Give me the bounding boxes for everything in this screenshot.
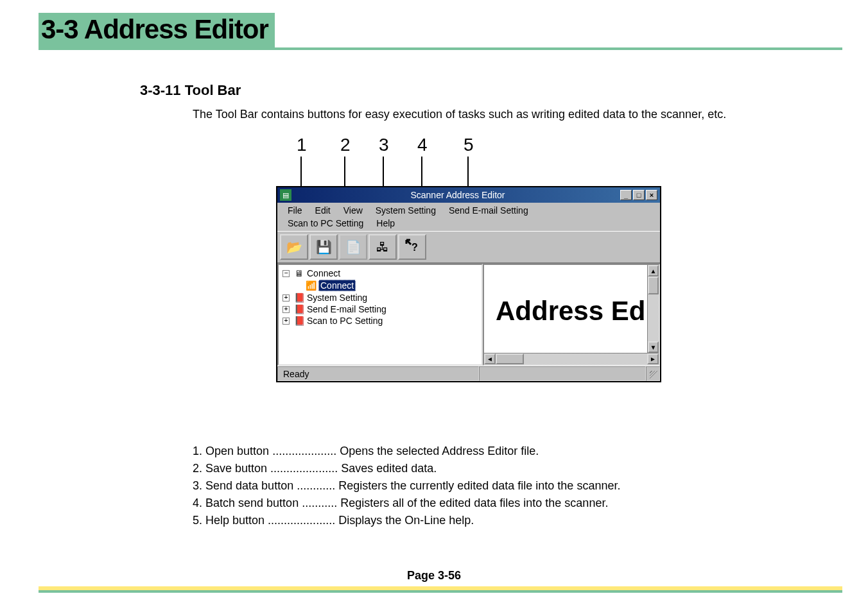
scroll-right-icon[interactable]: ► bbox=[647, 353, 659, 364]
menu-edit[interactable]: Edit bbox=[309, 204, 337, 217]
tree-item-label: System Setting bbox=[307, 293, 367, 303]
menu-system-setting[interactable]: System Setting bbox=[369, 204, 442, 217]
client-area: − 🖥 Connect 📶 Connect + 📕 System Setting… bbox=[277, 263, 660, 366]
connect-icon: 📶 bbox=[306, 280, 316, 291]
legend-item: 4. Batch send button ........... Registe… bbox=[193, 495, 620, 512]
callout-3: 3 bbox=[379, 135, 389, 155]
vertical-scrollbar[interactable]: ▲ ▼ bbox=[647, 265, 659, 353]
footer-bar bbox=[39, 586, 842, 593]
tree-item-label: Send E-mail Setting bbox=[307, 304, 386, 314]
subsection-title: 3-3-11 Tool Bar bbox=[140, 82, 241, 99]
status-bar: Ready bbox=[277, 366, 660, 381]
help-button[interactable]: ? bbox=[398, 234, 426, 260]
folder-icon: 📕 bbox=[294, 316, 304, 326]
collapse-icon[interactable]: − bbox=[282, 270, 290, 277]
close-button[interactable]: × bbox=[646, 190, 657, 200]
callout-5: 5 bbox=[464, 135, 474, 155]
svg-text:?: ? bbox=[412, 242, 418, 253]
status-text: Ready bbox=[277, 366, 479, 381]
tree-root[interactable]: − 🖥 Connect bbox=[282, 268, 478, 279]
tool-bar: 📂 💾 📄 🖧 ? bbox=[277, 231, 660, 263]
expand-icon[interactable]: + bbox=[282, 306, 290, 313]
callout-1: 1 bbox=[297, 135, 307, 155]
tree-item-label: Connect bbox=[318, 280, 356, 291]
tree-view[interactable]: − 🖥 Connect 📶 Connect + 📕 System Setting… bbox=[277, 264, 483, 366]
tree-item-scan-to-pc-setting[interactable]: + 📕 Scan to PC Setting bbox=[282, 315, 478, 327]
scroll-track[interactable] bbox=[496, 353, 647, 364]
help-icon: ? bbox=[404, 238, 420, 257]
address-editor-window: ▤ Scanner Address Editor _ □ × File Edit… bbox=[276, 186, 661, 382]
scroll-left-icon[interactable]: ◄ bbox=[484, 353, 496, 364]
page-number: Page 3-56 bbox=[0, 569, 868, 582]
menu-help[interactable]: Help bbox=[370, 217, 401, 230]
menu-send-email-setting[interactable]: Send E-mail Setting bbox=[442, 204, 535, 217]
scroll-down-icon[interactable]: ▼ bbox=[648, 341, 659, 353]
minimize-button[interactable]: _ bbox=[620, 190, 632, 200]
folder-icon: 📕 bbox=[294, 293, 304, 303]
folder-icon: 📕 bbox=[294, 304, 304, 314]
legend-item: 3. Send data button ............ Registe… bbox=[193, 477, 620, 495]
scroll-thumb[interactable] bbox=[496, 353, 524, 364]
section-title: 3-3 Address Editor bbox=[39, 13, 275, 49]
send-data-button[interactable]: 📄 bbox=[339, 234, 367, 260]
expand-icon[interactable]: + bbox=[282, 294, 290, 302]
content-pane: Address Ed ▲ ▼ ◄ ► bbox=[483, 264, 660, 366]
maximize-button[interactable]: □ bbox=[633, 190, 645, 200]
legend-item: 2. Save button ..................... Sav… bbox=[193, 460, 620, 477]
scroll-thumb[interactable] bbox=[648, 276, 659, 294]
batch-send-button[interactable]: 🖧 bbox=[369, 234, 397, 260]
menu-file[interactable]: File bbox=[281, 204, 309, 217]
legend-item: 1. Open button .................... Open… bbox=[193, 443, 620, 460]
section-header: 3-3 Address Editor bbox=[39, 13, 842, 50]
callout-2: 2 bbox=[340, 135, 351, 155]
save-icon: 💾 bbox=[316, 239, 332, 255]
status-cell bbox=[479, 366, 646, 381]
content-heading: Address Ed bbox=[496, 296, 645, 327]
toolbar-legend: 1. Open button .................... Open… bbox=[193, 443, 620, 529]
send-data-icon: 📄 bbox=[345, 239, 361, 255]
tree-item-send-email-setting[interactable]: + 📕 Send E-mail Setting bbox=[282, 303, 478, 315]
window-title: Scanner Address Editor bbox=[295, 190, 620, 200]
app-icon: ▤ bbox=[280, 189, 291, 201]
menu-scan-to-pc-setting[interactable]: Scan to PC Setting bbox=[281, 217, 370, 230]
tree-item-system-setting[interactable]: + 📕 System Setting bbox=[282, 292, 478, 303]
batch-send-icon: 🖧 bbox=[376, 240, 389, 255]
title-bar[interactable]: ▤ Scanner Address Editor _ □ × bbox=[277, 187, 660, 203]
legend-item: 5. Help button ..................... Dis… bbox=[193, 512, 620, 529]
tree-root-label: Connect bbox=[307, 268, 340, 278]
save-button[interactable]: 💾 bbox=[309, 234, 338, 260]
horizontal-scrollbar[interactable]: ◄ ► bbox=[484, 353, 659, 364]
tree-item-connect[interactable]: 📶 Connect bbox=[282, 279, 478, 292]
callout-4: 4 bbox=[417, 135, 428, 155]
expand-icon[interactable]: + bbox=[282, 318, 290, 325]
menu-bar: File Edit View System Setting Send E-mai… bbox=[277, 203, 660, 231]
resize-grip[interactable] bbox=[646, 366, 660, 381]
open-button[interactable]: 📂 bbox=[280, 234, 308, 260]
intro-text: The Tool Bar contains buttons for easy e… bbox=[193, 108, 726, 121]
menu-view[interactable]: View bbox=[337, 204, 369, 217]
scanner-icon: 🖥 bbox=[294, 268, 304, 278]
open-icon: 📂 bbox=[286, 239, 302, 255]
tree-item-label: Scan to PC Setting bbox=[307, 316, 383, 326]
scroll-up-icon[interactable]: ▲ bbox=[648, 265, 659, 276]
